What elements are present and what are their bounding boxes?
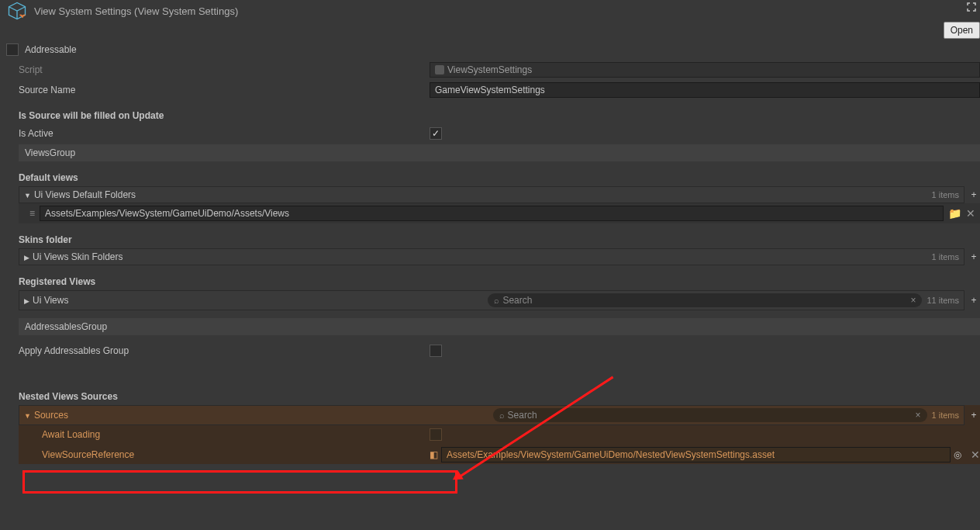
asset-icon: ◧: [430, 449, 438, 460]
is-active-checkbox[interactable]: [430, 127, 442, 140]
add-ui-view-button[interactable]: +: [968, 294, 980, 307]
is-active-label: Is Active: [19, 128, 430, 139]
folder-path-field[interactable]: Assets/Examples/ViewSystem/GameUiDemo/As…: [40, 206, 944, 221]
window-title: View System Settings (View System Settin…: [34, 5, 238, 17]
remove-icon[interactable]: ✕: [971, 449, 980, 461]
view-source-reference-field[interactable]: Assets/Examples/ViewSystem/GameUiDemo/Ne…: [441, 447, 951, 462]
source-name-input[interactable]: GameViewSystemSettings: [430, 82, 980, 98]
add-skin-folder-button[interactable]: +: [968, 251, 980, 263]
list-item: ≡ Assets/Examples/ViewSystem/GameUiDemo/…: [19, 203, 980, 223]
view-source-reference-label: ViewSourceReference: [42, 449, 430, 460]
nested-views-title: Nested Views Sources: [19, 391, 980, 402]
folder-icon[interactable]: 📁: [948, 207, 961, 220]
source-name-label: Source Name: [19, 85, 430, 95]
await-loading-label: Await Loading: [42, 429, 430, 440]
default-folders-header[interactable]: Ui Views Default Folders 1 items: [19, 186, 964, 203]
object-picker-icon[interactable]: ◎: [954, 449, 961, 460]
add-source-button[interactable]: +: [968, 409, 980, 421]
open-button[interactable]: Open: [944, 22, 980, 39]
is-source-label: Is Source will be filled on Update: [19, 110, 980, 121]
search-icon: ⌕: [494, 296, 499, 305]
clear-search-icon[interactable]: ×: [916, 410, 921, 421]
remove-icon[interactable]: ✕: [966, 207, 975, 220]
foldout-icon: [24, 251, 29, 262]
drag-handle-icon[interactable]: ≡: [29, 208, 35, 219]
ui-views-header[interactable]: Ui Views ⌕ Search × 11 items: [19, 290, 964, 310]
expand-icon[interactable]: [966, 2, 977, 15]
script-label: Script: [19, 64, 430, 75]
annotation-box: [22, 470, 457, 494]
scriptable-object-icon: [6, 0, 28, 22]
default-views-title: Default views: [19, 172, 980, 183]
script-field: ViewSystemSettings: [430, 62, 980, 78]
foldout-icon: [24, 295, 29, 306]
add-default-folder-button[interactable]: +: [968, 189, 980, 201]
sources-header[interactable]: Sources ⌕ Search × 1 items: [19, 405, 964, 425]
views-group-header: ViewsGroup: [19, 144, 980, 161]
addressables-group-header: AddressablesGroup: [19, 318, 980, 335]
registered-views-title: Registered Views: [19, 276, 980, 287]
addressable-checkbox[interactable]: [6, 43, 19, 56]
apply-addressables-checkbox[interactable]: [430, 345, 442, 357]
clear-search-icon[interactable]: ×: [910, 295, 916, 306]
apply-addressables-label: Apply Addressables Group: [19, 345, 430, 356]
script-icon: [435, 65, 444, 74]
foldout-icon: [24, 410, 31, 421]
search-icon: ⌕: [499, 410, 505, 420]
await-loading-checkbox[interactable]: [430, 428, 442, 441]
search-input[interactable]: ⌕ Search ×: [488, 293, 922, 307]
annotation-arrowhead: [450, 470, 464, 484]
foldout-icon: [24, 189, 31, 200]
skin-folders-header[interactable]: Ui Views Skin Folders 1 items: [19, 248, 964, 265]
skins-folder-title: Skins folder: [19, 234, 980, 245]
addressable-label: Addressable: [25, 44, 77, 55]
